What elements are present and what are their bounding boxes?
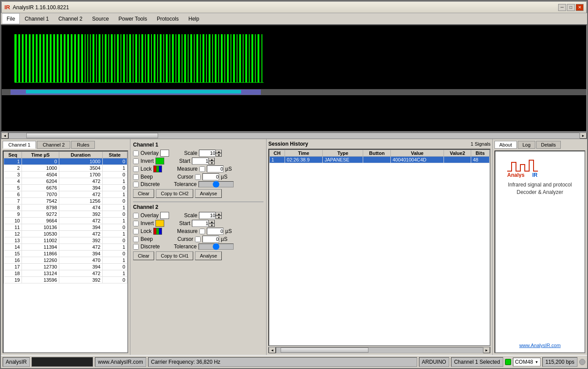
session-scroll-right[interactable]: ► xyxy=(483,347,490,353)
menu-protocols[interactable]: Protocols xyxy=(152,13,184,24)
table-row[interactable]: 8 8798 474 1 xyxy=(4,204,127,211)
ch2-beep-check[interactable] xyxy=(133,236,139,242)
menu-channel1[interactable]: Channel 1 xyxy=(20,13,54,24)
ch2-scale-value[interactable] xyxy=(199,212,216,219)
ch1-discrete-check[interactable] xyxy=(133,182,139,187)
ch1-beep-check[interactable] xyxy=(133,174,139,180)
ch2-start-up[interactable]: ▲ xyxy=(209,220,215,223)
ch1-scale-down[interactable]: ▼ xyxy=(216,153,222,157)
statusbar: AnalysIR www.AnalysIR.com Carrier Freque… xyxy=(1,355,587,368)
scroll-right-btn[interactable]: ► xyxy=(580,133,587,139)
ch1-clear-button[interactable]: Clear xyxy=(133,189,154,198)
table-row[interactable]: 11 10136 394 0 xyxy=(4,224,127,231)
h-scrollbar[interactable]: ◄ ► xyxy=(1,132,587,139)
menu-file[interactable]: File xyxy=(2,13,20,24)
ch2-lock-check[interactable] xyxy=(133,229,139,234)
status-com-dropdown[interactable]: COM48 ▼ xyxy=(513,358,541,366)
status-website-text: www.AnalysIR.com xyxy=(98,359,143,365)
session-scroll-track[interactable] xyxy=(276,347,483,353)
ch2-tolerance-slider[interactable] xyxy=(198,244,234,250)
table-row[interactable]: 7 7542 1256 0 xyxy=(4,198,127,204)
maximize-button[interactable]: □ xyxy=(567,4,575,11)
ch1-overlay-check[interactable] xyxy=(133,150,139,156)
ch1-invert-check[interactable] xyxy=(133,158,139,164)
cell-state: 1 xyxy=(102,178,127,185)
ch2-discrete-check[interactable] xyxy=(133,244,139,250)
table-row[interactable]: 14 11394 472 1 xyxy=(4,244,127,251)
ch2-tolerance-label: Tolerance xyxy=(174,244,197,250)
ch2-clear-button[interactable]: Clear xyxy=(133,251,154,260)
ch2-scale-down[interactable]: ▼ xyxy=(216,215,222,219)
table-row[interactable]: 13 11002 392 0 xyxy=(4,237,127,244)
cell-duration: 472 xyxy=(59,244,102,251)
ch1-discrete-label: Discrete xyxy=(141,181,160,187)
table-row[interactable]: 17 12730 394 0 xyxy=(4,264,127,270)
ch1-tolerance-slider[interactable] xyxy=(198,181,234,187)
ch2-start-value[interactable] xyxy=(192,220,209,227)
scroll-thumb[interactable] xyxy=(26,133,158,138)
table-row[interactable]: 10 9664 472 1 xyxy=(4,218,127,224)
cell-state: 0 xyxy=(102,277,127,283)
ch1-scale-up[interactable]: ▲ xyxy=(216,150,222,153)
ch1-start-up[interactable]: ▲ xyxy=(209,158,215,161)
app-window: IR AnalysIR 1.16.100.8221 ─ □ ✕ File Cha… xyxy=(0,0,588,369)
menu-help[interactable]: Help xyxy=(184,13,204,24)
center-panel: Channel 1 Overlay Scale ▲ ▼ xyxy=(130,139,267,355)
tab-channel2[interactable]: Channel 2 xyxy=(37,141,70,149)
about-url[interactable]: www.AnalysIR.com xyxy=(519,343,560,348)
about-tab-log[interactable]: Log xyxy=(518,141,535,149)
session-h-scrollbar[interactable]: ◄ ► xyxy=(268,347,491,353)
table-row[interactable]: 1 0 1000 0 xyxy=(4,158,127,165)
table-row[interactable]: 3 4504 1700 0 xyxy=(4,172,127,178)
ch2-invert-check[interactable] xyxy=(133,221,139,226)
ch1-start-value[interactable] xyxy=(192,158,209,165)
svg-rect-55 xyxy=(190,34,192,82)
scroll-left-btn[interactable]: ◄ xyxy=(1,133,8,139)
table-row[interactable]: 16 12260 470 1 xyxy=(4,257,127,264)
ch2-cursor-check[interactable] xyxy=(195,236,201,242)
ch1-start-down[interactable]: ▼ xyxy=(209,161,215,165)
table-row[interactable]: 6 7070 472 1 xyxy=(4,191,127,198)
svg-rect-39 xyxy=(141,34,143,82)
table-row[interactable]: 12 10530 472 1 xyxy=(4,231,127,237)
svg-rect-75 xyxy=(252,34,253,82)
session-scroll-thumb[interactable] xyxy=(281,348,368,353)
about-tab-details[interactable]: Details xyxy=(536,141,561,149)
minimize-button[interactable]: ─ xyxy=(558,4,566,11)
close-button[interactable]: ✕ xyxy=(576,4,584,11)
ch1-scale-value[interactable] xyxy=(199,150,216,157)
data-table-container[interactable]: Seq Time µS Duration State 1 0 1000 0 2 … xyxy=(3,150,128,353)
about-tab-about[interactable]: About xyxy=(494,141,517,149)
table-row[interactable]: 4 6204 472 1 xyxy=(4,178,127,185)
session-col-button: Button xyxy=(363,150,391,157)
scroll-track[interactable] xyxy=(8,133,580,139)
ch2-start-down[interactable]: ▼ xyxy=(209,223,215,227)
menu-powertools[interactable]: Power Tools xyxy=(114,13,152,24)
ch2-measure-check[interactable] xyxy=(199,229,205,234)
ch1-measure-check[interactable] xyxy=(199,166,205,172)
ch1-copy-button[interactable]: Copy to CH2 xyxy=(156,189,193,198)
cell-duration: 394 xyxy=(59,251,102,257)
menu-channel2[interactable]: Channel 2 xyxy=(54,13,87,24)
tab-rules[interactable]: Rules xyxy=(71,141,95,149)
session-scroll-left[interactable]: ◄ xyxy=(269,347,276,353)
ch1-cursor-check[interactable] xyxy=(195,174,201,180)
table-row[interactable]: 15 11866 394 0 xyxy=(4,251,127,257)
menu-source[interactable]: Source xyxy=(87,13,114,24)
table-row[interactable]: 19 13596 392 0 xyxy=(4,277,127,283)
ch2-scale-up[interactable]: ▲ xyxy=(216,212,222,215)
table-row[interactable]: 18 13124 472 1 xyxy=(4,270,127,277)
session-table-container[interactable]: CH Time Type Button Value Value2 Bits 1 … xyxy=(268,149,491,346)
tab-channel1[interactable]: Channel 1 xyxy=(3,141,36,149)
ch2-analyse-button[interactable]: Analyse xyxy=(195,251,222,260)
ch1-lock-check[interactable] xyxy=(133,166,139,172)
table-row[interactable]: 9 9272 392 0 xyxy=(4,211,127,218)
table-row[interactable]: 5 6676 394 0 xyxy=(4,185,127,191)
ch2-overlay-check[interactable] xyxy=(133,213,139,219)
table-row[interactable]: 2 1000 3504 1 xyxy=(4,165,127,172)
session-cell-ch: 1 xyxy=(270,157,285,163)
ch2-copy-button[interactable]: Copy to CH1 xyxy=(156,251,193,260)
ch1-analyse-button[interactable]: Analyse xyxy=(195,189,222,198)
session-row[interactable]: 1 02:26:38.9 JAPANESE 400401004C4D 48 xyxy=(270,157,490,163)
svg-rect-72 xyxy=(243,34,244,82)
